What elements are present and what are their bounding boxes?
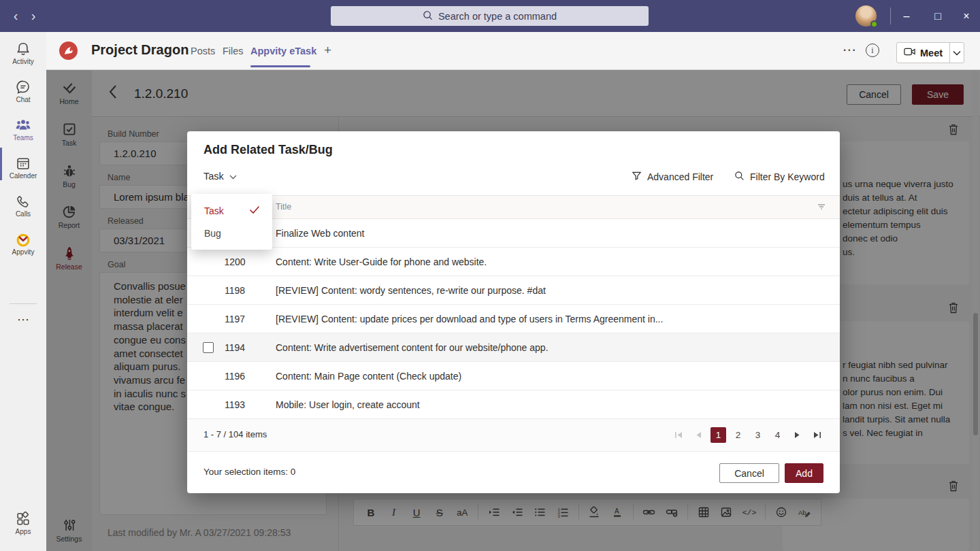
modal-footer: Your selection items: 0 Cancel Add: [187, 451, 840, 493]
first-page-icon[interactable]: [671, 427, 687, 443]
team-name: Project Dragon: [91, 42, 189, 58]
active-tab-underline: [250, 65, 310, 67]
table-row[interactable]: 1194 Content: Write advertisement conten…: [187, 333, 840, 362]
column-filter-icon[interactable]: [817, 202, 826, 214]
modal-add-button[interactable]: Add: [785, 463, 823, 483]
page-button[interactable]: 2: [730, 427, 746, 443]
table-row[interactable]: Finalize Web content: [187, 219, 840, 248]
table-row[interactable]: 1193 Mobile: User login, create account: [187, 390, 840, 419]
rail-divider: [10, 303, 37, 304]
rail-item-calender[interactable]: Calender: [0, 156, 46, 190]
last-page-icon[interactable]: [809, 427, 825, 443]
search-icon: [734, 171, 745, 183]
meet-dropdown-chevron-icon[interactable]: [950, 43, 964, 63]
selection-count-text: Your selection items: 0: [203, 467, 295, 477]
rail-item-activity[interactable]: Activity: [0, 41, 46, 76]
rail-item-calls[interactable]: Calls: [0, 194, 46, 228]
type-selector-dropdown[interactable]: Task: [203, 171, 237, 182]
modal-title: Add Related Task/Bug: [203, 143, 333, 157]
meet-label: Meet: [920, 48, 943, 59]
bell-icon: [0, 41, 46, 56]
tab-appvity-etask[interactable]: Appvity eTask: [250, 46, 316, 56]
phone-icon: [0, 194, 46, 209]
table-row[interactable]: 1200 Content: Write User-Guide for phone…: [187, 248, 840, 276]
titlebar-divider: [890, 7, 891, 24]
page-button[interactable]: 3: [750, 427, 766, 443]
camera-icon: [904, 47, 915, 59]
next-page-icon[interactable]: [789, 427, 805, 443]
previous-page-icon[interactable]: [691, 427, 706, 443]
filter-by-keyword-button[interactable]: Filter By Keyword: [734, 171, 825, 183]
funnel-icon: [632, 171, 642, 183]
add-related-task-bug-modal: Add Related Task/Bug Task Advanced Filte…: [187, 131, 840, 493]
rail-item-chat[interactable]: Chat: [0, 80, 46, 114]
close-button[interactable]: ×: [951, 0, 980, 32]
team-logo-phoenix-icon: [59, 41, 78, 61]
table-header: Title: [187, 195, 840, 219]
teams-people-icon: [0, 118, 46, 133]
tab-files[interactable]: Files: [223, 46, 244, 56]
table-row[interactable]: 1197 [REVIEW] Content: update prices per…: [187, 305, 840, 333]
nav-forward-icon[interactable]: ›: [26, 8, 41, 23]
page-button[interactable]: 1: [710, 427, 726, 443]
add-tab-plus-icon[interactable]: +: [324, 43, 331, 58]
chevron-down-icon: [229, 171, 237, 182]
advanced-filter-button[interactable]: Advanced Filter: [632, 171, 713, 183]
rail-more-apps-icon[interactable]: ⋯: [0, 312, 46, 327]
chat-icon: [0, 80, 46, 95]
minimize-button[interactable]: –: [892, 0, 921, 32]
info-icon[interactable]: i: [866, 44, 879, 57]
nav-back-icon[interactable]: ‹: [8, 8, 23, 23]
more-options-icon[interactable]: ⋯: [843, 41, 857, 58]
teams-title-bar: ‹ › Search or type a command – □ ×: [0, 0, 980, 32]
dropdown-option-bug[interactable]: Bug: [191, 222, 272, 244]
checkmark-icon: [249, 205, 260, 216]
modal-cancel-button[interactable]: Cancel: [719, 463, 779, 483]
tab-posts[interactable]: Posts: [191, 46, 215, 56]
table-row[interactable]: 1196 Content: Main Page content (Check u…: [187, 362, 840, 390]
table-row[interactable]: 1198 [REVIEW] Content: wordy sentences, …: [187, 276, 840, 305]
rail-item-teams[interactable]: Teams: [0, 118, 46, 152]
title-column-header[interactable]: Title: [276, 202, 291, 212]
task-table: Finalize Web content 1200 Content: Write…: [187, 219, 840, 419]
row-checkbox[interactable]: [203, 342, 214, 353]
rail-item-appvity[interactable]: Appvity: [0, 232, 46, 266]
apps-grid-icon: [0, 512, 46, 527]
pagination-range-text: 1 - 7 / 104 items: [203, 429, 267, 439]
pagination-bar: 1 - 7 / 104 items 1 2 3 4: [187, 419, 840, 451]
channel-header: Project Dragon Posts Files Appvity eTask…: [0, 32, 980, 70]
rail-item-apps[interactable]: Apps: [0, 512, 46, 546]
appvity-logo-icon: [0, 232, 46, 247]
maximize-button[interactable]: □: [923, 0, 953, 32]
meet-button[interactable]: Meet: [896, 42, 964, 63]
dropdown-option-task[interactable]: Task: [191, 199, 272, 222]
search-placeholder: Search or type a command: [438, 11, 557, 22]
avatar[interactable]: [855, 5, 877, 27]
presence-available-icon: [870, 20, 878, 28]
page-button[interactable]: 4: [770, 427, 785, 443]
teams-app-rail: Activity Chat Teams Calender Calls Appvi…: [0, 32, 46, 551]
search-icon: [423, 10, 433, 22]
type-dropdown-menu: Task Bug: [191, 194, 272, 250]
command-search-input[interactable]: Search or type a command: [331, 6, 649, 26]
calendar-icon: [0, 156, 46, 171]
